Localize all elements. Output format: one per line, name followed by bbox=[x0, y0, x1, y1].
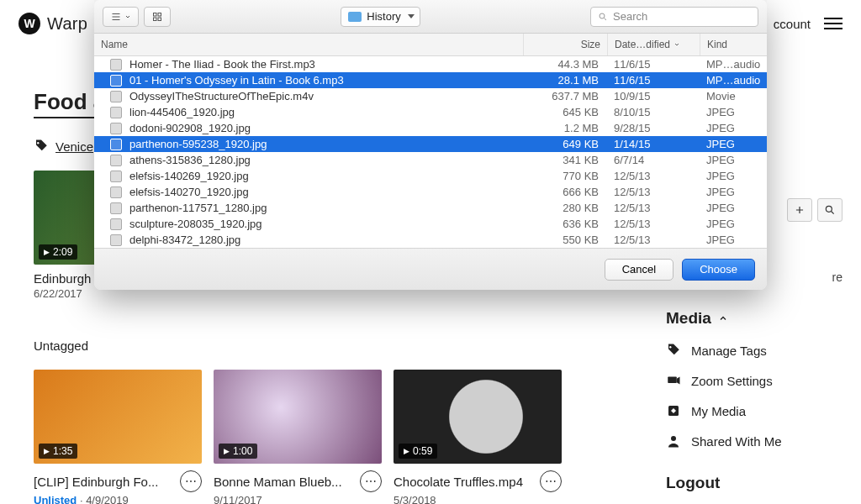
cancel-button[interactable]: Cancel bbox=[605, 259, 673, 281]
file-size: 550 KB bbox=[523, 234, 607, 246]
icon-view-button[interactable] bbox=[144, 7, 171, 27]
file-icon bbox=[104, 202, 128, 214]
file-row[interactable]: dodoni-902908_1920.jpg 1.2 MB 9/28/15 JP… bbox=[94, 120, 767, 136]
file-icon bbox=[104, 59, 128, 71]
file-date: 10/9/15 bbox=[607, 90, 700, 102]
file-row[interactable]: lion-445406_1920.jpg 645 KB 8/10/15 JPEG bbox=[94, 104, 767, 120]
file-row[interactable]: parthenon-595238_1920.jpg 649 KB 1/14/15… bbox=[94, 136, 767, 152]
video-card[interactable]: 1:35 [CLIP] Edinburgh Fo... ⋯ Unlisted ·… bbox=[34, 370, 202, 504]
video-card[interactable]: 0:59 Chocolate Truffles.mp4 ⋯ 5/3/2018 bbox=[394, 370, 562, 504]
chevron-down-icon bbox=[673, 41, 680, 48]
file-icon bbox=[104, 186, 128, 198]
file-kind: JPEG bbox=[700, 234, 767, 246]
col-name[interactable]: Name bbox=[94, 34, 523, 55]
file-name: parthenon-595238_1920.jpg bbox=[128, 138, 523, 150]
media-menu-item[interactable]: Zoom Settings bbox=[666, 373, 843, 388]
folder-icon bbox=[348, 12, 362, 22]
col-kind[interactable]: Kind bbox=[700, 34, 767, 55]
card-more-button[interactable]: ⋯ bbox=[180, 470, 202, 492]
search-icon bbox=[598, 12, 608, 22]
brand[interactable]: W Warp bbox=[18, 13, 87, 34]
file-date: 12/5/13 bbox=[607, 186, 700, 198]
file-name: lion-445406_1920.jpg bbox=[128, 106, 523, 118]
tag-link[interactable]: Venice bbox=[55, 139, 93, 154]
file-size: 1.2 MB bbox=[523, 122, 607, 134]
chevron-down-icon bbox=[124, 13, 131, 20]
card-more-button[interactable]: ⋯ bbox=[540, 470, 562, 492]
list-icon bbox=[110, 12, 122, 22]
file-date: 8/10/15 bbox=[607, 106, 700, 118]
file-kind: JPEG bbox=[700, 122, 767, 134]
col-size[interactable]: Size bbox=[523, 34, 607, 55]
logout-link[interactable]: Logout bbox=[666, 474, 843, 492]
duration-badge: 0:59 bbox=[399, 444, 437, 459]
file-size: 28.1 MB bbox=[523, 74, 607, 87]
file-row[interactable]: athens-315836_1280.jpg 341 KB 6/7/14 JPE… bbox=[94, 152, 767, 168]
file-row[interactable]: OdysseyITheStructureOfTheEpic.m4v 637.7 … bbox=[94, 88, 767, 104]
file-name: elefsis-140269_1920.jpg bbox=[128, 170, 523, 182]
video-title: Bonne Maman Blueb... bbox=[214, 475, 342, 489]
file-date: 12/5/13 bbox=[607, 218, 700, 230]
file-row[interactable]: Homer - The Iliad - Book the First.mp3 4… bbox=[94, 56, 767, 72]
video-title: [CLIP] Edinburgh Fo... bbox=[34, 475, 158, 489]
file-date: 1/14/15 bbox=[607, 138, 700, 150]
search-input[interactable]: Search bbox=[590, 7, 758, 27]
file-row[interactable]: delphi-83472_1280.jpg 550 KB 12/5/13 JPE… bbox=[94, 232, 767, 248]
media-heading[interactable]: Media bbox=[666, 309, 843, 328]
video-thumbnail[interactable]: 1:35 bbox=[34, 370, 202, 464]
file-icon bbox=[104, 75, 128, 87]
account-link[interactable]: ccount bbox=[774, 17, 811, 31]
video-card[interactable]: 1:00 Bonne Maman Blueb... ⋯ 9/11/2017 bbox=[214, 370, 382, 504]
file-kind: MP…audio bbox=[700, 58, 767, 71]
file-row[interactable]: elefsis-140269_1920.jpg 770 KB 12/5/13 J… bbox=[94, 168, 767, 184]
file-name: parthenon-117571_1280.jpg bbox=[128, 202, 523, 214]
search-button[interactable] bbox=[817, 198, 843, 222]
file-icon bbox=[104, 155, 128, 166]
col-date[interactable]: Date…dified bbox=[607, 34, 700, 55]
file-row[interactable]: sculpture-208035_1920.jpg 636 KB 12/5/13… bbox=[94, 216, 767, 232]
file-kind: JPEG bbox=[700, 170, 767, 182]
card-more-button[interactable]: ⋯ bbox=[360, 470, 382, 492]
file-date: 12/5/13 bbox=[607, 170, 700, 182]
file-name: delphi-83472_1280.jpg bbox=[128, 234, 523, 246]
file-date: 6/7/14 bbox=[607, 154, 700, 166]
video-thumbnail[interactable]: 1:00 bbox=[214, 370, 382, 464]
choose-button[interactable]: Choose bbox=[682, 259, 755, 281]
video-thumbnail[interactable]: 0:59 bbox=[394, 370, 562, 464]
add-button[interactable] bbox=[787, 198, 812, 222]
video-meta: Unlisted · 4/9/2019 bbox=[34, 494, 202, 504]
video-meta: 5/3/2018 bbox=[394, 494, 562, 504]
media-menu-item[interactable]: Shared With Me bbox=[666, 433, 843, 449]
brand-mark: W bbox=[18, 13, 40, 34]
file-size: 637.7 MB bbox=[523, 90, 607, 102]
media-menu-item[interactable]: Manage Tags bbox=[666, 343, 843, 358]
svg-rect-6 bbox=[154, 13, 157, 16]
file-size: 649 KB bbox=[523, 138, 607, 150]
file-kind: JPEG bbox=[700, 186, 767, 198]
file-date: 11/6/15 bbox=[607, 58, 700, 71]
unlisted-badge: Unlisted bbox=[34, 494, 77, 504]
tag-icon bbox=[34, 139, 49, 154]
column-headers: Name Size Date…dified Kind bbox=[94, 34, 767, 56]
duration-badge: 1:00 bbox=[219, 444, 257, 459]
view-mode-button[interactable] bbox=[103, 7, 139, 27]
search-icon bbox=[824, 204, 836, 216]
svg-point-5 bbox=[671, 436, 676, 441]
menu-item-icon bbox=[666, 433, 681, 449]
file-kind: JPEG bbox=[700, 138, 767, 150]
file-row[interactable]: elefsis-140270_1920.jpg 666 KB 12/5/13 J… bbox=[94, 184, 767, 200]
file-icon bbox=[104, 107, 128, 118]
media-menu-item[interactable]: My Media bbox=[666, 403, 843, 418]
file-kind: JPEG bbox=[700, 154, 767, 166]
file-name: sculpture-208035_1920.jpg bbox=[128, 218, 523, 230]
file-date: 12/5/13 bbox=[607, 202, 700, 214]
file-picker-dialog: History Search Name Size Date…dified Kin… bbox=[94, 0, 767, 290]
menu-item-icon bbox=[666, 403, 681, 418]
svg-rect-8 bbox=[154, 18, 157, 21]
folder-dropdown[interactable]: History bbox=[341, 7, 420, 27]
file-name: dodoni-902908_1920.jpg bbox=[128, 122, 523, 134]
menu-icon[interactable] bbox=[824, 18, 843, 29]
file-row[interactable]: 01 - Homer's Odyssey in Latin - Book 6.m… bbox=[94, 72, 767, 88]
file-icon bbox=[104, 234, 128, 246]
file-row[interactable]: parthenon-117571_1280.jpg 280 KB 12/5/13… bbox=[94, 200, 767, 216]
